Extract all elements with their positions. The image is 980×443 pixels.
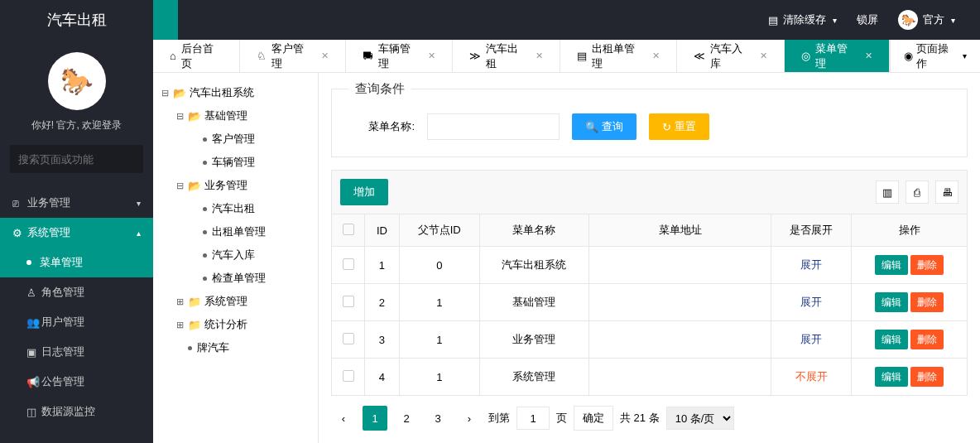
- sidebar-item-role-mgmt[interactable]: ♙角色管理: [0, 277, 153, 307]
- export-button[interactable]: ⎙: [906, 181, 929, 204]
- users-icon: ♘: [257, 50, 267, 62]
- page-ops-button[interactable]: ◉页面操作▾: [890, 40, 980, 72]
- tree-leaf[interactable]: 车辆管理: [190, 151, 311, 174]
- tab-menu[interactable]: ◎菜单管理✕: [785, 40, 890, 72]
- sidebar-item-system[interactable]: ⚙ 系统管理 ▴: [0, 218, 153, 248]
- edit-button[interactable]: 编辑: [875, 330, 908, 349]
- chevron-down-icon: ▾: [951, 16, 955, 25]
- page-1-button[interactable]: 1: [363, 406, 387, 431]
- expand-icon[interactable]: ⊞: [175, 320, 185, 330]
- main-panel: 查询条件 菜单名称: 🔍查询 ↻重置 增加 ▥ ⎙ 🖶: [319, 73, 980, 443]
- search-box[interactable]: 🔍: [10, 145, 143, 173]
- clear-cache-button[interactable]: ▤ 清除缓存 ▾: [768, 12, 837, 27]
- page-3-button[interactable]: 3: [425, 406, 450, 431]
- sidebar-item-notice-mgmt[interactable]: 📢公告管理: [0, 367, 153, 397]
- speaker-icon: 📢: [26, 376, 41, 388]
- edit-button[interactable]: 编辑: [875, 367, 908, 387]
- dot-icon: [203, 253, 207, 258]
- row-checkbox[interactable]: [343, 333, 354, 344]
- tree-node-biz[interactable]: ⊟📂业务管理: [175, 174, 311, 197]
- tree-node-root[interactable]: ⊟📂汽车出租系统: [160, 81, 311, 104]
- cell-url: [589, 284, 771, 321]
- fast-icon: ≫: [469, 50, 481, 62]
- row-checkbox[interactable]: [343, 370, 354, 382]
- close-icon[interactable]: ✕: [428, 51, 435, 61]
- row-checkbox[interactable]: [343, 258, 354, 270]
- delete-button[interactable]: 删除: [910, 255, 944, 275]
- tree-leaf[interactable]: 客户管理: [190, 128, 311, 151]
- tree-leaf[interactable]: 汽车入库: [190, 243, 311, 267]
- row-checkbox[interactable]: [343, 296, 354, 307]
- table-row: 3 1 业务管理 展开 编辑 删除: [332, 321, 968, 359]
- collapse-icon[interactable]: ⊟: [175, 111, 185, 122]
- th-name: 菜单名称: [479, 214, 589, 247]
- next-page-button[interactable]: ›: [457, 406, 482, 431]
- tab-customer[interactable]: ♘客户管理✕: [240, 40, 346, 72]
- search-button[interactable]: 🔍查询: [572, 113, 637, 140]
- prev-page-button[interactable]: ‹: [331, 406, 356, 431]
- cell-pid: 1: [399, 359, 479, 396]
- goto-confirm-button[interactable]: 确定: [574, 406, 613, 431]
- lock-button[interactable]: 锁屏: [857, 12, 878, 27]
- tree-node-sys[interactable]: ⊞📁系统管理: [175, 290, 311, 313]
- close-icon[interactable]: ✕: [321, 51, 329, 61]
- tree-leaf[interactable]: 出租单管理: [190, 220, 311, 243]
- table-row: 2 1 基础管理 展开 编辑 删除: [332, 284, 968, 321]
- table-row: 4 1 系统管理 不展开 编辑 删除: [332, 359, 968, 396]
- page-2-button[interactable]: 2: [394, 406, 419, 431]
- tree-node-base[interactable]: ⊟📂基础管理: [175, 104, 311, 128]
- delete-button[interactable]: 删除: [910, 367, 944, 387]
- close-icon[interactable]: ✕: [536, 51, 543, 61]
- sidebar-item-business[interactable]: ⎚ 业务管理 ▾: [0, 188, 153, 218]
- th-expand: 是否展开: [771, 214, 852, 247]
- log-icon: ▣: [26, 346, 41, 359]
- search-input[interactable]: [18, 153, 157, 166]
- delete-button[interactable]: 删除: [910, 330, 944, 349]
- delete-button[interactable]: 删除: [910, 292, 944, 312]
- expand-icon[interactable]: ⊞: [175, 296, 185, 307]
- tab-rent[interactable]: ≫汽车出租✕: [453, 40, 560, 72]
- home-icon: ⌂: [170, 50, 176, 62]
- goto-input[interactable]: [516, 407, 550, 430]
- cell-url: [589, 359, 771, 396]
- per-page-select[interactable]: 10 条/页: [666, 407, 734, 430]
- menu-name-input[interactable]: [427, 113, 560, 140]
- close-icon[interactable]: ✕: [865, 51, 872, 61]
- cell-name: 系统管理: [479, 359, 589, 396]
- tab-car[interactable]: ⛟车辆管理✕: [346, 40, 453, 72]
- dot-icon: [203, 137, 207, 142]
- cell-id: 3: [365, 321, 400, 359]
- user-icon: ♙: [26, 287, 41, 299]
- edit-button[interactable]: 编辑: [875, 255, 908, 275]
- collapse-icon[interactable]: ⊟: [175, 181, 185, 191]
- app-title: 汽车出租: [0, 10, 153, 30]
- trash-icon: ▤: [768, 14, 778, 26]
- tab-order[interactable]: ▤出租单管理✕: [560, 40, 677, 72]
- tree-leaf[interactable]: 检查单管理: [190, 267, 311, 290]
- close-icon[interactable]: ✕: [760, 51, 767, 61]
- user-menu[interactable]: 🐎 官方 ▾: [898, 10, 955, 30]
- sidebar-item-user-mgmt[interactable]: 👥用户管理: [0, 307, 153, 337]
- tab-checkin[interactable]: ≪汽车入库✕: [677, 40, 785, 72]
- columns-button[interactable]: ▥: [876, 181, 899, 204]
- tree-node-stat[interactable]: ⊞📁统计分析: [175, 313, 311, 336]
- reset-button[interactable]: ↻重置: [649, 113, 709, 140]
- sidebar-item-ds-mgmt[interactable]: ◫数据源监控: [0, 397, 153, 426]
- close-icon[interactable]: ✕: [652, 51, 660, 61]
- sidebar-item-menu-mgmt[interactable]: 菜单管理: [0, 248, 153, 277]
- menu-toggle[interactable]: [153, 0, 178, 40]
- tree-leaf[interactable]: 汽车出租: [190, 197, 311, 220]
- checkbox-all[interactable]: [343, 224, 354, 235]
- print-button[interactable]: 🖶: [935, 181, 958, 204]
- fieldset-legend: 查询条件: [348, 81, 411, 97]
- tree-panel: ⊟📂汽车出租系统 ⊟📂基础管理 客户管理 车辆管理 ⊟📂业务管理 汽车出租 出租…: [153, 73, 319, 443]
- add-button[interactable]: 增加: [340, 179, 388, 205]
- folder-open-icon: 📂: [173, 87, 186, 99]
- edit-button[interactable]: 编辑: [875, 292, 908, 312]
- folder-open-icon: 📂: [188, 180, 201, 192]
- collapse-icon[interactable]: ⊟: [160, 88, 170, 99]
- tree-leaf[interactable]: 牌汽车: [175, 336, 311, 359]
- tab-home[interactable]: ⌂后台首页: [153, 40, 240, 72]
- sidebar-item-log-mgmt[interactable]: ▣日志管理: [0, 337, 153, 367]
- cell-expand: 展开: [771, 321, 852, 359]
